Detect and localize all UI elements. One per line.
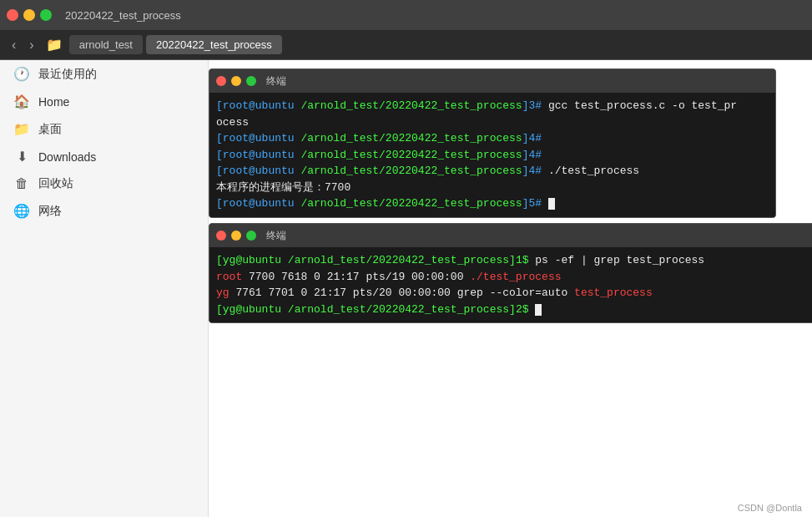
terminal-1-body: [root@ubuntu /arnold_test/20220422_test_…: [209, 93, 775, 217]
sidebar-item-network[interactable]: 🌐 网络: [0, 197, 208, 225]
terminal-1-line-4: [root@ubuntu /arnold_test/20220422_test_…: [216, 163, 769, 180]
title-bar: 20220422_test_process: [0, 0, 812, 30]
t2-max[interactable]: [246, 231, 256, 241]
sidebar-item-home[interactable]: 🏠 Home: [0, 88, 208, 115]
network-icon: 🌐: [13, 203, 30, 219]
window-title: 20220422_test_process: [65, 9, 181, 22]
sidebar-label-trash: 回收站: [38, 176, 73, 191]
file-area: 🔒 test_process: [209, 60, 812, 517]
desktop-icon: 📁: [13, 121, 30, 137]
trash-icon: 🗑: [13, 176, 30, 191]
recent-icon: 🕐: [13, 66, 30, 82]
forward-button[interactable]: ›: [24, 34, 38, 56]
sidebar-item-recent[interactable]: 🕐 最近使用的: [0, 60, 208, 88]
terminal-2-title-bar: 终端: [209, 224, 812, 247]
back-button[interactable]: ‹: [7, 34, 21, 56]
terminal-window-2[interactable]: 终端 [yg@ubuntu /arnold_test/20220422_test…: [209, 223, 812, 323]
terminal-window-1[interactable]: 终端 [root@ubuntu /arnold_test/20220422_te…: [209, 68, 776, 218]
sidebar-item-trash[interactable]: 🗑 回收站: [0, 170, 208, 197]
t2-min[interactable]: [231, 231, 241, 241]
downloads-icon: ⬇: [13, 149, 30, 165]
sidebar-label-network: 网络: [38, 204, 62, 219]
terminal-2-body: [yg@ubuntu /arnold_test/20220422_test_pr…: [209, 247, 812, 322]
terminal-2-ps-row-1: root 7700 7618 0 21:17 pts/19 00:00:00 .…: [216, 269, 812, 286]
home-icon: 🏠: [13, 94, 30, 109]
terminal-1-output: 本程序的进程编号是：7700: [216, 180, 769, 196]
terminal-2-ps-row-2: yg 7761 7701 0 21:17 pts/20 00:00:00 gre…: [216, 285, 812, 302]
terminal-1-line-5: [root@ubuntu /arnold_test/20220422_test_…: [216, 195, 769, 212]
sidebar: 🕐 最近使用的 🏠 Home 📁 桌面 ⬇ Downloads 🗑 回收站 🌐 …: [0, 60, 209, 517]
sidebar-label-downloads: Downloads: [38, 150, 96, 164]
cursor-2: [535, 304, 542, 316]
cursor-1: [548, 198, 555, 210]
close-button[interactable]: [7, 9, 18, 21]
sidebar-item-desktop[interactable]: 📁 桌面: [0, 115, 208, 143]
maximize-button[interactable]: [40, 9, 52, 21]
terminal-1-title-bar: 终端: [209, 69, 775, 93]
terminal-1-line-3: [root@ubuntu /arnold_test/20220422_test_…: [216, 147, 769, 164]
sidebar-label-desktop: 桌面: [38, 122, 62, 137]
terminal-2-title: 终端: [266, 229, 286, 243]
t1-close[interactable]: [216, 76, 226, 86]
terminal-1-title: 终端: [266, 74, 286, 89]
window-controls[interactable]: [7, 9, 52, 21]
sidebar-label-recent: 最近使用的: [38, 67, 97, 82]
folder-icon: 📁: [46, 37, 63, 53]
sidebar-item-downloads[interactable]: ⬇ Downloads: [0, 143, 208, 170]
t1-min[interactable]: [231, 76, 241, 86]
terminal-1-line-2: [root@ubuntu /arnold_test/20220422_test_…: [216, 130, 769, 147]
t2-close[interactable]: [216, 231, 226, 241]
terminal-1-line-1b: ocess: [216, 114, 769, 131]
t1-max[interactable]: [246, 76, 256, 86]
terminal-2-line-1: [yg@ubuntu /arnold_test/20220422_test_pr…: [216, 252, 812, 269]
tab-bar: ‹ › 📁 arnold_test 20220422_test_process: [0, 30, 812, 60]
terminal-2-line-2: [yg@ubuntu /arnold_test/20220422_test_pr…: [216, 302, 812, 318]
watermark: CSDN @Dontla: [734, 502, 805, 514]
terminal-1-line-1: [root@ubuntu /arnold_test/20220422_test_…: [216, 98, 769, 114]
terminals-container: 终端 [root@ubuntu /arnold_test/20220422_te…: [209, 60, 812, 517]
main-layout: 🕐 最近使用的 🏠 Home 📁 桌面 ⬇ Downloads 🗑 回收站 🌐 …: [0, 60, 812, 517]
breadcrumb-testprocess[interactable]: 20220422_test_process: [146, 35, 282, 54]
breadcrumb-arnold[interactable]: arnold_test: [69, 35, 143, 54]
minimize-button[interactable]: [23, 9, 35, 21]
sidebar-label-home: Home: [38, 95, 69, 109]
